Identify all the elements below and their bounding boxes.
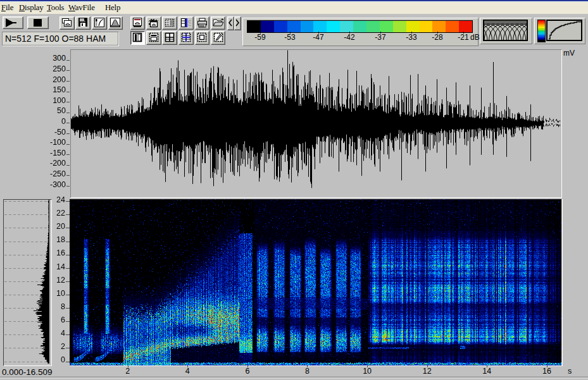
svg-text:S: S [187,18,191,28]
